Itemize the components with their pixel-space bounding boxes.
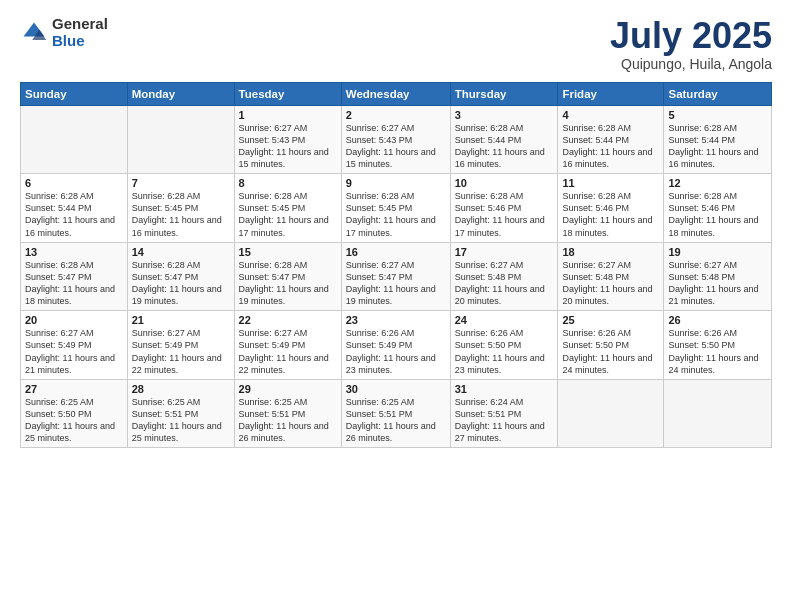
logo-icon: [20, 19, 48, 47]
day-info: Sunrise: 6:28 AMSunset: 5:44 PMDaylight:…: [562, 122, 659, 171]
day-number: 2: [346, 109, 446, 121]
calendar-cell: 17Sunrise: 6:27 AMSunset: 5:48 PMDayligh…: [450, 242, 558, 311]
calendar-cell: 11Sunrise: 6:28 AMSunset: 5:46 PMDayligh…: [558, 174, 664, 243]
day-number: 9: [346, 177, 446, 189]
day-number: 13: [25, 246, 123, 258]
day-info: Sunrise: 6:27 AMSunset: 5:49 PMDaylight:…: [132, 327, 230, 376]
day-info: Sunrise: 6:25 AMSunset: 5:51 PMDaylight:…: [239, 396, 337, 445]
day-info: Sunrise: 6:27 AMSunset: 5:43 PMDaylight:…: [239, 122, 337, 171]
calendar-week-row: 13Sunrise: 6:28 AMSunset: 5:47 PMDayligh…: [21, 242, 772, 311]
calendar-cell: 5Sunrise: 6:28 AMSunset: 5:44 PMDaylight…: [664, 105, 772, 174]
day-info: Sunrise: 6:28 AMSunset: 5:44 PMDaylight:…: [25, 190, 123, 239]
day-info: Sunrise: 6:28 AMSunset: 5:47 PMDaylight:…: [25, 259, 123, 308]
calendar-cell: 23Sunrise: 6:26 AMSunset: 5:49 PMDayligh…: [341, 311, 450, 380]
title-location: Quipungo, Huila, Angola: [610, 56, 772, 72]
day-number: 25: [562, 314, 659, 326]
logo-text: General Blue: [52, 16, 108, 49]
day-info: Sunrise: 6:27 AMSunset: 5:48 PMDaylight:…: [668, 259, 767, 308]
weekday-header-saturday: Saturday: [664, 82, 772, 105]
day-info: Sunrise: 6:25 AMSunset: 5:51 PMDaylight:…: [132, 396, 230, 445]
day-info: Sunrise: 6:27 AMSunset: 5:49 PMDaylight:…: [25, 327, 123, 376]
calendar-cell: 31Sunrise: 6:24 AMSunset: 5:51 PMDayligh…: [450, 379, 558, 448]
day-number: 15: [239, 246, 337, 258]
day-number: 21: [132, 314, 230, 326]
day-number: 28: [132, 383, 230, 395]
logo: General Blue: [20, 16, 108, 49]
day-info: Sunrise: 6:28 AMSunset: 5:46 PMDaylight:…: [562, 190, 659, 239]
calendar-cell: 26Sunrise: 6:26 AMSunset: 5:50 PMDayligh…: [664, 311, 772, 380]
calendar-cell: 4Sunrise: 6:28 AMSunset: 5:44 PMDaylight…: [558, 105, 664, 174]
day-info: Sunrise: 6:27 AMSunset: 5:48 PMDaylight:…: [455, 259, 554, 308]
calendar-cell: 16Sunrise: 6:27 AMSunset: 5:47 PMDayligh…: [341, 242, 450, 311]
day-info: Sunrise: 6:28 AMSunset: 5:44 PMDaylight:…: [455, 122, 554, 171]
calendar-cell: 22Sunrise: 6:27 AMSunset: 5:49 PMDayligh…: [234, 311, 341, 380]
weekday-header-friday: Friday: [558, 82, 664, 105]
day-number: 4: [562, 109, 659, 121]
day-info: Sunrise: 6:28 AMSunset: 5:45 PMDaylight:…: [132, 190, 230, 239]
day-info: Sunrise: 6:26 AMSunset: 5:50 PMDaylight:…: [668, 327, 767, 376]
weekday-header-tuesday: Tuesday: [234, 82, 341, 105]
day-info: Sunrise: 6:28 AMSunset: 5:44 PMDaylight:…: [668, 122, 767, 171]
day-number: 11: [562, 177, 659, 189]
day-number: 6: [25, 177, 123, 189]
calendar-week-row: 1Sunrise: 6:27 AMSunset: 5:43 PMDaylight…: [21, 105, 772, 174]
day-number: 7: [132, 177, 230, 189]
day-info: Sunrise: 6:28 AMSunset: 5:45 PMDaylight:…: [346, 190, 446, 239]
day-info: Sunrise: 6:27 AMSunset: 5:48 PMDaylight:…: [562, 259, 659, 308]
calendar-cell: 29Sunrise: 6:25 AMSunset: 5:51 PMDayligh…: [234, 379, 341, 448]
calendar-week-row: 20Sunrise: 6:27 AMSunset: 5:49 PMDayligh…: [21, 311, 772, 380]
calendar-cell: [558, 379, 664, 448]
day-info: Sunrise: 6:26 AMSunset: 5:49 PMDaylight:…: [346, 327, 446, 376]
day-info: Sunrise: 6:28 AMSunset: 5:47 PMDaylight:…: [239, 259, 337, 308]
calendar-week-row: 6Sunrise: 6:28 AMSunset: 5:44 PMDaylight…: [21, 174, 772, 243]
page: General Blue July 2025 Quipungo, Huila, …: [0, 0, 792, 612]
day-info: Sunrise: 6:27 AMSunset: 5:43 PMDaylight:…: [346, 122, 446, 171]
calendar-cell: 9Sunrise: 6:28 AMSunset: 5:45 PMDaylight…: [341, 174, 450, 243]
day-info: Sunrise: 6:24 AMSunset: 5:51 PMDaylight:…: [455, 396, 554, 445]
day-number: 29: [239, 383, 337, 395]
day-number: 14: [132, 246, 230, 258]
calendar-cell: 28Sunrise: 6:25 AMSunset: 5:51 PMDayligh…: [127, 379, 234, 448]
day-info: Sunrise: 6:25 AMSunset: 5:51 PMDaylight:…: [346, 396, 446, 445]
calendar-cell: 13Sunrise: 6:28 AMSunset: 5:47 PMDayligh…: [21, 242, 128, 311]
calendar-cell: 20Sunrise: 6:27 AMSunset: 5:49 PMDayligh…: [21, 311, 128, 380]
calendar-cell: [664, 379, 772, 448]
day-number: 5: [668, 109, 767, 121]
calendar-cell: 18Sunrise: 6:27 AMSunset: 5:48 PMDayligh…: [558, 242, 664, 311]
calendar-cell: 30Sunrise: 6:25 AMSunset: 5:51 PMDayligh…: [341, 379, 450, 448]
day-info: Sunrise: 6:28 AMSunset: 5:46 PMDaylight:…: [455, 190, 554, 239]
calendar-cell: 12Sunrise: 6:28 AMSunset: 5:46 PMDayligh…: [664, 174, 772, 243]
day-number: 1: [239, 109, 337, 121]
day-number: 26: [668, 314, 767, 326]
day-number: 10: [455, 177, 554, 189]
weekday-header-row: SundayMondayTuesdayWednesdayThursdayFrid…: [21, 82, 772, 105]
calendar-cell: 15Sunrise: 6:28 AMSunset: 5:47 PMDayligh…: [234, 242, 341, 311]
calendar-cell: 24Sunrise: 6:26 AMSunset: 5:50 PMDayligh…: [450, 311, 558, 380]
weekday-header-thursday: Thursday: [450, 82, 558, 105]
day-number: 18: [562, 246, 659, 258]
day-number: 30: [346, 383, 446, 395]
calendar-cell: 14Sunrise: 6:28 AMSunset: 5:47 PMDayligh…: [127, 242, 234, 311]
day-number: 31: [455, 383, 554, 395]
calendar-cell: 10Sunrise: 6:28 AMSunset: 5:46 PMDayligh…: [450, 174, 558, 243]
calendar-cell: 8Sunrise: 6:28 AMSunset: 5:45 PMDaylight…: [234, 174, 341, 243]
day-info: Sunrise: 6:26 AMSunset: 5:50 PMDaylight:…: [562, 327, 659, 376]
day-number: 24: [455, 314, 554, 326]
day-info: Sunrise: 6:28 AMSunset: 5:45 PMDaylight:…: [239, 190, 337, 239]
day-info: Sunrise: 6:26 AMSunset: 5:50 PMDaylight:…: [455, 327, 554, 376]
weekday-header-wednesday: Wednesday: [341, 82, 450, 105]
day-number: 23: [346, 314, 446, 326]
calendar-cell: [21, 105, 128, 174]
day-info: Sunrise: 6:27 AMSunset: 5:47 PMDaylight:…: [346, 259, 446, 308]
day-number: 3: [455, 109, 554, 121]
calendar-table: SundayMondayTuesdayWednesdayThursdayFrid…: [20, 82, 772, 449]
day-number: 8: [239, 177, 337, 189]
day-number: 16: [346, 246, 446, 258]
calendar-cell: 21Sunrise: 6:27 AMSunset: 5:49 PMDayligh…: [127, 311, 234, 380]
weekday-header-monday: Monday: [127, 82, 234, 105]
calendar-cell: 25Sunrise: 6:26 AMSunset: 5:50 PMDayligh…: [558, 311, 664, 380]
day-number: 19: [668, 246, 767, 258]
day-number: 22: [239, 314, 337, 326]
day-info: Sunrise: 6:25 AMSunset: 5:50 PMDaylight:…: [25, 396, 123, 445]
day-number: 20: [25, 314, 123, 326]
